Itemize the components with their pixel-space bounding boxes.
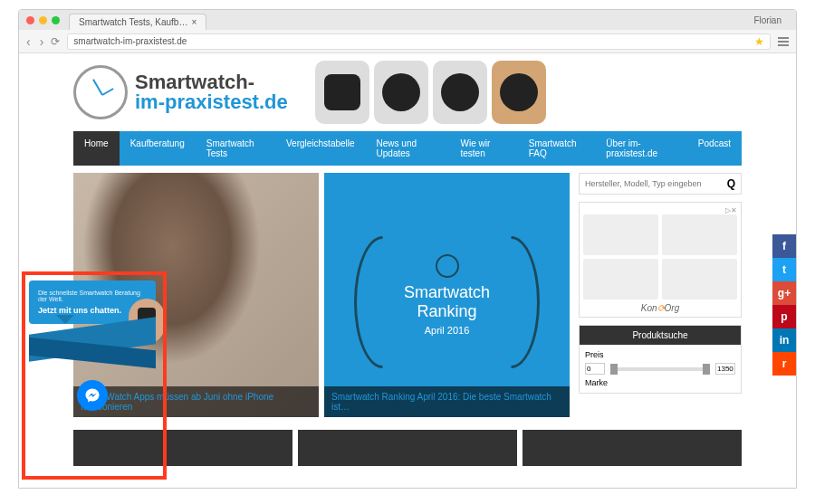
browser-window: Smartwatch Tests, Kaufb… × Florian ‹ › ⟳… xyxy=(18,9,797,489)
close-window-icon[interactable] xyxy=(26,16,34,24)
brand-label: Marke xyxy=(585,378,735,387)
share-facebook[interactable]: f xyxy=(772,234,796,258)
article-card[interactable] xyxy=(523,430,742,466)
page-viewport: Smartwatch- im-praxistest.de Home Kaufbe… xyxy=(19,53,796,488)
browser-toolbar: ‹ › ⟳ smartwatch-im-praxistest.de ★ xyxy=(19,30,796,53)
url-text: smartwatch-im-praxistest.de xyxy=(73,36,754,46)
feature-card[interactable]: Smartwatch Ranking April 2016 Smartwatch… xyxy=(324,173,570,417)
ad-image[interactable] xyxy=(662,214,737,255)
social-share-bar: f t g+ p in r xyxy=(772,234,796,376)
forward-button[interactable]: › xyxy=(40,34,44,49)
window-controls[interactable] xyxy=(26,16,60,24)
product-search-widget: Produktsuche Preis Marke xyxy=(579,325,742,394)
price-slider[interactable] xyxy=(585,363,735,375)
browser-profile[interactable]: Florian xyxy=(746,15,789,25)
site-header: Smartwatch- im-praxistest.de xyxy=(19,53,796,131)
watch-image xyxy=(315,61,369,124)
article-card[interactable] xyxy=(73,430,292,466)
watch-icon xyxy=(436,254,459,278)
logo-watch-icon xyxy=(73,65,128,119)
nav-item-kaufberatung[interactable]: Kaufberatung xyxy=(120,131,196,166)
ad-brand: Kon⟳Org xyxy=(583,303,737,313)
minimize-window-icon[interactable] xyxy=(39,16,47,24)
slider-track[interactable] xyxy=(610,367,710,371)
ad-image[interactable] xyxy=(662,259,737,300)
search-input[interactable] xyxy=(585,179,727,188)
nav-item-vergleich[interactable]: Vergleichstabelle xyxy=(275,131,366,166)
secondary-grid xyxy=(19,430,796,466)
back-button[interactable]: ‹ xyxy=(26,34,31,49)
share-googleplus[interactable]: g+ xyxy=(772,281,796,305)
ad-image[interactable] xyxy=(583,259,658,300)
site-logo[interactable]: Smartwatch- im-praxistest.de xyxy=(73,65,288,119)
nav-item-home[interactable]: Home xyxy=(73,131,120,166)
share-pinterest[interactable]: p xyxy=(772,305,796,328)
browser-tab-bar: Smartwatch Tests, Kaufb… × Florian xyxy=(19,10,796,30)
nav-item-about[interactable]: Über im-praxistest.de xyxy=(595,131,687,166)
share-reddit[interactable]: r xyxy=(772,352,796,376)
chat-tagline: Die schnellste Smartwatch Beratung der W… xyxy=(38,290,147,302)
share-twitter[interactable]: t xyxy=(772,258,796,281)
widget-title: Produktsuche xyxy=(580,326,741,345)
browser-tab[interactable]: Smartwatch Tests, Kaufb… × xyxy=(69,14,206,30)
logo-text: Smartwatch- im-praxistest.de xyxy=(135,72,288,112)
chat-widget[interactable]: Die schnellste Smartwatch Beratung der W… xyxy=(29,281,156,411)
ad-choices-icon[interactable]: ▷✕ xyxy=(583,206,737,214)
price-max-input[interactable] xyxy=(715,363,735,375)
feature-caption: Smartwatch Ranking April 2016: Die beste… xyxy=(324,386,570,417)
price-min-input[interactable] xyxy=(585,363,605,375)
maximize-window-icon[interactable] xyxy=(52,16,60,24)
reload-button[interactable]: ⟳ xyxy=(51,35,60,48)
header-watch-images xyxy=(315,61,546,124)
tab-title: Smartwatch Tests, Kaufb… xyxy=(79,17,187,27)
main-nav: Home Kaufberatung Smartwatch Tests Vergl… xyxy=(73,131,742,166)
watch-image xyxy=(433,61,487,124)
sidebar: Q ▷✕ Kon⟳Org Produktsuche Preis xyxy=(579,173,742,417)
ad-box[interactable]: ▷✕ Kon⟳Org xyxy=(579,202,742,318)
search-box[interactable]: Q xyxy=(579,173,742,195)
tab-close-icon[interactable]: × xyxy=(191,17,197,27)
share-linkedin[interactable]: in xyxy=(772,328,796,352)
watch-image xyxy=(374,61,428,124)
nav-item-testen[interactable]: Wie wir testen xyxy=(450,131,518,166)
messenger-icon[interactable] xyxy=(77,380,108,411)
article-card[interactable] xyxy=(298,430,517,466)
nav-item-podcast[interactable]: Podcast xyxy=(687,131,742,166)
search-icon[interactable]: Q xyxy=(727,177,735,190)
address-bar[interactable]: smartwatch-im-praxistest.de ★ xyxy=(67,33,771,50)
browser-menu-icon[interactable] xyxy=(778,37,789,46)
bookmark-star-icon[interactable]: ★ xyxy=(754,35,764,48)
watch-image xyxy=(492,61,546,124)
nav-item-faq[interactable]: Smartwatch FAQ xyxy=(518,131,596,166)
price-label: Preis xyxy=(585,350,735,359)
ad-image[interactable] xyxy=(583,214,658,255)
ranking-badge: Smartwatch Ranking April 2016 xyxy=(404,254,490,336)
nav-item-news[interactable]: News und Updates xyxy=(366,131,450,166)
chat-bubble[interactable]: Die schnellste Smartwatch Beratung der W… xyxy=(29,281,156,324)
nav-item-tests[interactable]: Smartwatch Tests xyxy=(196,131,275,166)
